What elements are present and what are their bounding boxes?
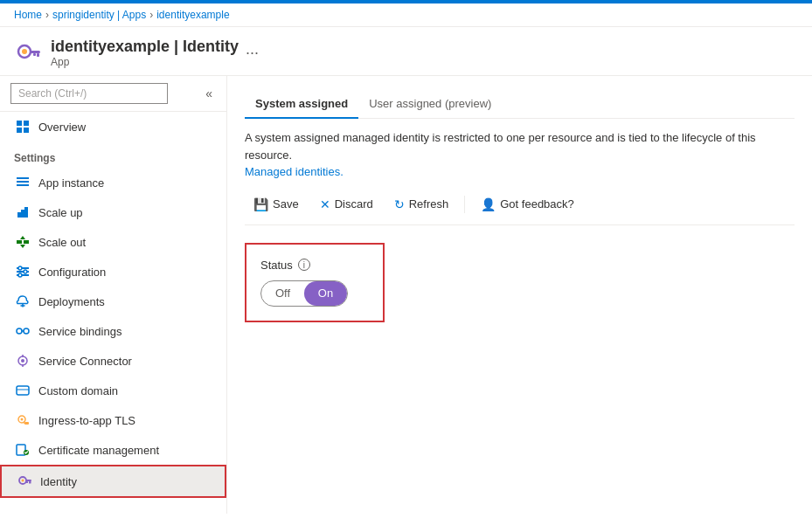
discard-button[interactable]: ✕ Discard [311, 193, 382, 216]
sidebar-item-overview[interactable]: Overview [0, 112, 226, 142]
discard-icon: ✕ [320, 197, 330, 211]
sidebar-item-scale-up[interactable]: Scale up [0, 197, 226, 227]
save-button[interactable]: 💾 Save [245, 193, 308, 216]
sidebar-item-configuration-label: Configuration [38, 266, 106, 279]
breadcrumb-identityexample[interactable]: identityexample [156, 9, 229, 21]
info-text: A system assigned managed identity is re… [245, 129, 795, 181]
svg-rect-42 [25, 480, 31, 481]
svg-rect-4 [33, 53, 36, 56]
certificate-management-icon [14, 441, 31, 459]
page-title: identityexample | Identity [51, 38, 239, 56]
svg-point-25 [17, 328, 22, 334]
app-instance-icon [14, 174, 31, 191]
save-icon: 💾 [253, 197, 268, 211]
status-label-row: Status i [260, 259, 369, 272]
refresh-button[interactable]: ↻ Refresh [385, 193, 458, 216]
sidebar-item-service-bindings[interactable]: Service bindings [0, 316, 226, 346]
more-options-button[interactable]: ··· [246, 44, 259, 62]
save-label: Save [273, 197, 299, 211]
tab-user-assigned[interactable]: User assigned (preview) [358, 90, 502, 119]
managed-identities-link[interactable]: Managed identities. [245, 165, 344, 178]
svg-point-23 [24, 270, 27, 273]
sidebar-item-certificate-management[interactable]: Certificate management [0, 435, 226, 465]
tabs-container: System assigned User assigned (preview) [245, 90, 795, 119]
scale-up-icon [14, 204, 31, 221]
sidebar-item-app-instance[interactable]: App instance [0, 168, 226, 197]
sidebar-item-scale-out-label: Scale out [38, 236, 86, 249]
breadcrumb-springidentity[interactable]: springidentity | Apps [52, 9, 146, 21]
toggle-off-option[interactable]: Off [261, 281, 304, 306]
status-box: Status i Off On [245, 243, 385, 322]
main-layout: « Overview Settings App instance Scale u… [0, 76, 812, 514]
sidebar-item-scale-up-label: Scale up [38, 206, 83, 219]
sidebar-collapse-button[interactable]: « [202, 85, 216, 102]
svg-rect-3 [37, 53, 39, 57]
sidebar-item-deployments-label: Deployments [38, 295, 105, 308]
svg-rect-14 [24, 207, 28, 218]
tab-system-assigned[interactable]: System assigned [245, 90, 358, 119]
feedback-button[interactable]: 👤 Got feedback? [472, 193, 583, 216]
status-text: Status [260, 259, 293, 272]
sidebar-item-ingress-tls-label: Ingress-to-app TLS [38, 414, 135, 427]
sidebar-item-identity[interactable]: Identity [0, 465, 226, 498]
sidebar-item-custom-domain[interactable]: Custom domain [0, 376, 226, 405]
sidebar-item-service-connector-label: Service Connector [38, 355, 132, 368]
svg-line-37 [24, 423, 24, 424]
ingress-tls-icon [14, 411, 31, 429]
refresh-icon: ↻ [394, 197, 405, 211]
sidebar-item-app-instance-label: App instance [38, 176, 104, 190]
sidebar-item-service-connector[interactable]: Service Connector [0, 346, 226, 376]
page-subtitle: App [51, 56, 239, 68]
breadcrumb: Home › springidentity | Apps › identitye… [0, 3, 812, 27]
sidebar: « Overview Settings App instance Scale u… [0, 76, 227, 514]
svg-point-24 [18, 273, 22, 277]
sidebar-item-identity-label: Identity [40, 475, 77, 488]
breadcrumb-sep-1: › [45, 9, 49, 21]
svg-rect-43 [29, 481, 31, 484]
svg-point-29 [21, 359, 24, 363]
identity-icon [16, 473, 33, 490]
page-header: identityexample | Identity App ··· [0, 27, 812, 76]
service-connector-icon [14, 352, 31, 370]
sidebar-item-scale-out[interactable]: Scale out [0, 227, 226, 257]
svg-rect-16 [24, 240, 29, 244]
svg-rect-36 [24, 422, 29, 425]
svg-marker-17 [20, 236, 25, 239]
svg-rect-8 [24, 128, 29, 133]
breadcrumb-home[interactable]: Home [14, 9, 42, 21]
breadcrumb-sep-2: › [149, 9, 153, 21]
sidebar-item-certificate-management-label: Certificate management [38, 444, 159, 457]
deployments-icon [14, 293, 31, 310]
svg-marker-18 [20, 245, 25, 248]
status-info-icon[interactable]: i [298, 259, 310, 271]
svg-rect-2 [30, 51, 40, 53]
configuration-icon [14, 263, 31, 280]
search-input[interactable] [10, 83, 168, 104]
svg-point-22 [18, 266, 22, 270]
svg-rect-12 [17, 212, 21, 218]
service-bindings-icon [14, 322, 31, 340]
scale-out-icon [14, 233, 31, 251]
content-area: System assigned User assigned (preview) … [227, 76, 812, 514]
svg-point-35 [21, 418, 24, 421]
info-text-content: A system assigned managed identity is re… [245, 131, 756, 162]
sidebar-item-deployments[interactable]: Deployments [0, 287, 226, 316]
custom-domain-icon [14, 382, 31, 399]
discard-label: Discard [335, 197, 373, 211]
sidebar-item-service-bindings-label: Service bindings [38, 325, 121, 338]
svg-rect-44 [26, 481, 28, 483]
svg-rect-6 [24, 121, 29, 126]
sidebar-item-ingress-tls[interactable]: Ingress-to-app TLS [0, 405, 226, 435]
toolbar-divider [464, 196, 465, 213]
svg-rect-7 [17, 128, 22, 133]
feedback-icon: 👤 [481, 197, 496, 211]
toggle-container[interactable]: Off On [260, 280, 348, 307]
sidebar-item-custom-domain-label: Custom domain [38, 384, 118, 397]
svg-rect-15 [17, 240, 22, 244]
feedback-label: Got feedback? [500, 197, 574, 211]
refresh-label: Refresh [409, 197, 449, 211]
toggle-on-option[interactable]: On [304, 281, 347, 306]
settings-section-label: Settings [0, 142, 226, 168]
sidebar-item-configuration[interactable]: Configuration [0, 257, 226, 287]
svg-rect-10 [17, 181, 29, 183]
